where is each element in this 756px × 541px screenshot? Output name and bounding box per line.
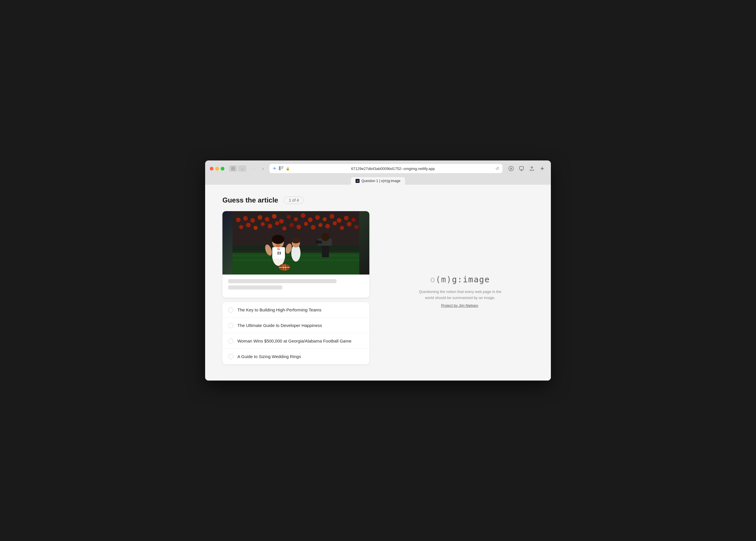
address-bar[interactable]: 👁 🔒 67129e27db43ab0009bd1752--omgimg.net… — [270, 164, 502, 173]
forward-button[interactable]: › — [259, 165, 267, 173]
lock-icon: 🔒 — [286, 167, 290, 171]
svg-point-40 — [325, 224, 330, 229]
svg-point-62 — [321, 233, 329, 241]
radio-option-3[interactable] — [228, 338, 233, 344]
option-item[interactable]: A Guide to Sizing Wedding Rings — [223, 349, 370, 364]
active-tab[interactable]: N Question 1 | o(m)g:image — [351, 177, 405, 185]
svg-point-44 — [355, 225, 359, 229]
window-controls: ⌄ — [229, 165, 246, 172]
svg-point-18 — [287, 215, 291, 219]
brand-suffix: g:image — [452, 275, 490, 284]
svg-point-31 — [261, 222, 265, 226]
tab-title: Question 1 | o(m)g:image — [361, 179, 400, 183]
brand-project-link: Project by Jim Nielsen. — [441, 303, 479, 308]
minimize-button[interactable] — [215, 167, 219, 171]
brand-tagline: Questioning the notion that every web pa… — [417, 289, 503, 301]
title-bar: ⌄ ‹ › 👁 — [205, 161, 551, 185]
radio-option-4[interactable] — [228, 354, 233, 359]
svg-line-63 — [318, 242, 322, 242]
sidebar-toggle-button[interactable] — [229, 165, 237, 172]
svg-rect-3 — [279, 166, 281, 170]
svg-point-20 — [301, 213, 306, 218]
radio-option-2[interactable] — [228, 323, 233, 328]
brand-logo: o(m)g:image — [430, 275, 490, 284]
svg-rect-5 — [281, 167, 284, 168]
quiz-image: 23 G — [223, 211, 370, 274]
svg-point-66 — [292, 238, 300, 244]
reader-icon: 👁 — [273, 167, 277, 171]
share-button[interactable] — [528, 165, 536, 173]
svg-point-34 — [282, 227, 287, 231]
tab-favicon: N — [356, 179, 360, 183]
refresh-button[interactable]: ↺ — [495, 166, 499, 171]
svg-text:23: 23 — [277, 251, 281, 255]
svg-rect-0 — [231, 167, 235, 167]
svg-point-11 — [236, 218, 241, 222]
svg-point-42 — [340, 226, 344, 230]
svg-point-30 — [254, 226, 258, 230]
page-content: Guess the article 1 of 4 — [205, 185, 551, 380]
svg-text:G: G — [278, 248, 280, 251]
svg-rect-2 — [231, 170, 235, 170]
svg-point-17 — [279, 219, 284, 224]
traffic-lights — [210, 167, 225, 171]
chevron-down-icon: ⌄ — [241, 167, 244, 171]
download-button[interactable] — [507, 165, 515, 173]
close-button[interactable] — [210, 167, 214, 171]
option-item[interactable]: The Ultimate Guide to Developer Happines… — [223, 318, 370, 333]
back-icon: ‹ — [253, 166, 255, 171]
airplay-button[interactable] — [517, 165, 525, 173]
svg-point-16 — [272, 214, 277, 219]
svg-point-24 — [330, 214, 334, 219]
svg-point-12 — [243, 216, 248, 221]
svg-point-43 — [347, 222, 352, 227]
svg-point-57 — [276, 244, 280, 247]
maximize-button[interactable] — [221, 167, 225, 171]
svg-rect-8 — [519, 167, 523, 170]
svg-point-36 — [297, 225, 301, 229]
svg-point-41 — [333, 221, 337, 225]
svg-point-23 — [323, 217, 327, 221]
svg-point-19 — [294, 217, 298, 221]
svg-rect-1 — [231, 168, 235, 169]
text-line-1 — [228, 279, 337, 283]
option-item[interactable]: The Key to Building High-Performing Team… — [223, 302, 370, 318]
new-tab-button[interactable] — [538, 165, 546, 173]
option-item[interactable]: Woman Wins $500,000 at Georgia/Alabama F… — [223, 333, 370, 349]
svg-point-27 — [352, 218, 356, 222]
svg-point-26 — [344, 216, 349, 221]
forward-icon: › — [262, 166, 264, 171]
svg-point-37 — [304, 222, 308, 226]
svg-point-25 — [337, 218, 342, 223]
quiz-title: Guess the article — [223, 196, 278, 204]
article-text-preview — [223, 274, 370, 297]
window-chevron-button[interactable]: ⌄ — [238, 165, 246, 172]
svg-point-33 — [275, 221, 279, 225]
text-line-2 — [228, 285, 282, 289]
svg-rect-6 — [281, 169, 283, 169]
svg-point-15 — [265, 217, 270, 222]
svg-point-13 — [250, 218, 255, 223]
svg-point-29 — [246, 223, 251, 227]
quiz-card: 23 G — [223, 211, 370, 297]
project-link[interactable]: Project by Jim Nielsen — [441, 303, 478, 308]
brand-name: o(m)g:image — [430, 275, 490, 284]
tab-bar: N Question 1 | o(m)g:image — [210, 176, 546, 185]
url-text: 67129e27db43ab0009bd1752--omgimg.netlify… — [293, 167, 493, 171]
back-button[interactable]: ‹ — [250, 165, 258, 173]
radio-option-1[interactable] — [228, 307, 233, 312]
option-text-3: Woman Wins $500,000 at Georgia/Alabama F… — [238, 338, 352, 344]
right-column: o(m)g:image Questioning the notion that … — [386, 196, 533, 369]
option-text-4: A Guide to Sizing Wedding Rings — [238, 353, 301, 359]
brand-parens: (m) — [435, 275, 452, 284]
toolbar-right — [507, 165, 546, 173]
progress-badge: 1 of 4 — [284, 197, 304, 204]
svg-point-21 — [308, 218, 313, 222]
quiz-header: Guess the article 1 of 4 — [223, 196, 370, 204]
svg-point-22 — [315, 215, 320, 220]
nav-buttons: ‹ › — [250, 165, 267, 173]
browser-window: ⌄ ‹ › 👁 — [205, 161, 551, 380]
svg-rect-4 — [281, 166, 284, 167]
options-list: The Key to Building High-Performing Team… — [223, 302, 370, 364]
reader-mode-icon — [279, 166, 284, 171]
